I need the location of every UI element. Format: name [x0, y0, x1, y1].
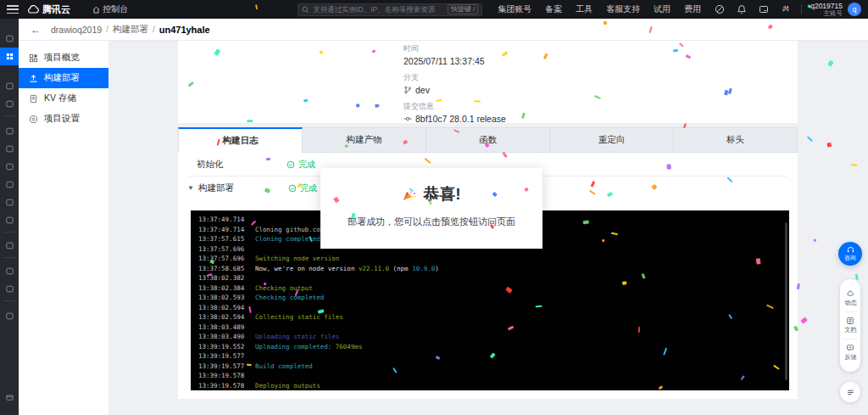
confetti-piece [828, 60, 835, 67]
avatar[interactable]: q [848, 3, 861, 16]
navbar-links: 集团账号 备案 工具 客服支持 试用 费用 [498, 3, 701, 15]
consult-button[interactable]: 咨询 [838, 242, 862, 266]
tab-functions[interactable]: 函数 [426, 127, 550, 153]
breadcrumb-project[interactable]: drawioq2019 [51, 25, 102, 35]
status-badge: 完成 [287, 159, 315, 171]
terminal-line: 13:38:02.594Collecting static files [191, 312, 789, 322]
sidebar-item-kv-storage[interactable]: KV 存储 [19, 88, 108, 109]
chevron-down-icon[interactable]: ▼ [187, 184, 194, 192]
branch-field: 分支 dev [403, 72, 506, 95]
rail-icon-box[interactable] [0, 237, 19, 255]
confetti-piece [851, 164, 857, 166]
nav-link-billing[interactable]: 费用 [684, 3, 701, 15]
sidebar: 项目概览 构建部署 KV 存储 项目设置 [19, 41, 108, 415]
check-circle-icon [287, 160, 295, 169]
global-search[interactable]: 快捷键 / [298, 3, 482, 16]
terminal-line: 13:38:03.490Uploading static files [191, 332, 789, 342]
rail-icon-shield-check[interactable] [0, 95, 19, 113]
breadcrumb-section[interactable]: 构建部署 [113, 24, 148, 36]
search-icon [302, 6, 309, 14]
upload-icon [29, 74, 38, 83]
rail-icon-plus-square[interactable] [0, 140, 19, 158]
rail-icon-monitor[interactable] [0, 77, 19, 95]
confetti-piece [807, 136, 813, 141]
search-input[interactable] [313, 5, 444, 14]
sidebar-item-overview[interactable]: 项目概览 [19, 48, 108, 68]
confetti-piece [814, 238, 817, 242]
tencent-cloud-console: 腾讯云 控制台 快捷键 / 集团账号 备案 工具 客服支持 试用 费用 q201… [0, 0, 868, 415]
rail-icon-id-card[interactable] [0, 193, 19, 211]
nav-link-icp[interactable]: 备案 [545, 3, 562, 15]
cloud-icon [27, 5, 39, 14]
nav-link-trial[interactable]: 试用 [654, 3, 670, 15]
terminal-line: 13:39:19.577 [191, 351, 789, 362]
terminal-line: 13:38:02.384Checking output [191, 283, 789, 294]
cloud-refresh-icon [846, 289, 854, 298]
rail-icon-clock[interactable] [0, 176, 19, 193]
terminal-line: 13:39:19.577Build completed [191, 362, 789, 372]
sidebar-item-settings[interactable]: 项目设置 [19, 109, 108, 129]
check-circle-icon [288, 184, 297, 193]
terminal-line: 13:37:58.685Now, we're on node version v… [191, 264, 789, 274]
detail-tabs: 构建日志 构建产物 函数 重定向 标头 [178, 127, 798, 153]
deploy-time-value: 2025/07/11 13:37:45 [403, 56, 506, 66]
breadcrumb-current: un471yhale [159, 25, 210, 35]
docs-button[interactable]: 文档 [844, 311, 857, 339]
logo-text: 腾讯云 [42, 3, 70, 16]
tab-headers[interactable]: 标头 [674, 127, 798, 153]
list-icon [846, 388, 855, 397]
deployment-info-card: 时间 2025/07/11 13:37:45 分支 dev 提交信息 8bf10… [178, 41, 798, 123]
account-menu[interactable]: q2019715 主账号 [810, 3, 843, 17]
home-icon [92, 6, 100, 14]
rail-icon-layers[interactable] [0, 158, 19, 176]
hamburger-menu-icon[interactable] [7, 5, 19, 14]
terminal-line: 13:39:19.578 [191, 371, 789, 381]
nav-link-tools[interactable]: 工具 [576, 3, 593, 15]
account-type: 主账号 [810, 10, 843, 17]
gear-icon [29, 115, 38, 124]
terminal-line: 13:37:57.696Switching node version [191, 254, 789, 264]
news-button[interactable]: 动态 [844, 285, 857, 311]
confetti-piece [800, 317, 808, 324]
rail-icon-apps-selected[interactable] [0, 48, 19, 65]
feedback-icon [846, 344, 854, 352]
tab-build-artifacts[interactable]: 构建产物 [303, 127, 426, 153]
congrats-dialog: 恭喜! 部署成功，您可以点击预览按钮访问页面 [320, 168, 542, 249]
compass-icon[interactable] [715, 4, 725, 14]
commit-value: 8bf10c7 28.0.1 release [415, 114, 506, 124]
bell-icon[interactable] [737, 4, 747, 14]
dialog-message: 部署成功，您可以点击预览按钮访问页面 [348, 216, 515, 228]
shortcut-list-button[interactable] [840, 382, 860, 402]
pinwheel-icon[interactable] [781, 4, 791, 14]
status-badge: 完成 [288, 182, 317, 194]
commit-field: 提交信息 8bf10c7 28.0.1 release [403, 101, 506, 124]
deploy-time-field: 时间 2025/07/11 13:37:45 [403, 43, 506, 66]
terminal-line: 13:38:02.382 [191, 273, 789, 283]
tencent-cloud-logo[interactable]: 腾讯云 [27, 3, 70, 16]
rail-icon-compass[interactable] [0, 307, 19, 325]
terminal-line: 13:38:03.489 [191, 322, 789, 333]
console-link[interactable]: 控制台 [92, 3, 128, 15]
rail-icon-shield[interactable] [0, 30, 19, 48]
headset-icon [847, 246, 854, 254]
nav-link-group-account[interactable]: 集团账号 [498, 3, 531, 15]
grid-icon [29, 53, 38, 63]
back-arrow-icon[interactable]: ← [31, 24, 41, 36]
tab-build-log[interactable]: 构建日志 [178, 127, 303, 153]
terminal-scrollbar[interactable] [785, 222, 787, 380]
left-icon-rail [0, 19, 19, 415]
sidebar-item-build-deploy[interactable]: 构建部署 [19, 68, 108, 88]
nav-link-support[interactable]: 客服支持 [606, 3, 640, 15]
rail-icon-search[interactable] [0, 211, 19, 229]
confetti-piece [826, 143, 832, 148]
rail-icon-screen[interactable] [0, 262, 19, 280]
shortcut-key-badge: 快捷键 / [448, 4, 478, 14]
top-navbar: 腾讯云 控制台 快捷键 / 集团账号 备案 工具 客服支持 试用 费用 q201… [0, 0, 868, 19]
rail-icon-picture[interactable] [0, 280, 19, 298]
ticket-icon[interactable] [759, 4, 769, 14]
feedback-button[interactable]: 反馈 [844, 339, 857, 366]
rail-icon-collapse[interactable] [0, 389, 19, 407]
rail-icon-image[interactable] [0, 122, 19, 140]
branch-value: dev [415, 85, 430, 95]
tab-redirects[interactable]: 重定向 [550, 127, 674, 153]
